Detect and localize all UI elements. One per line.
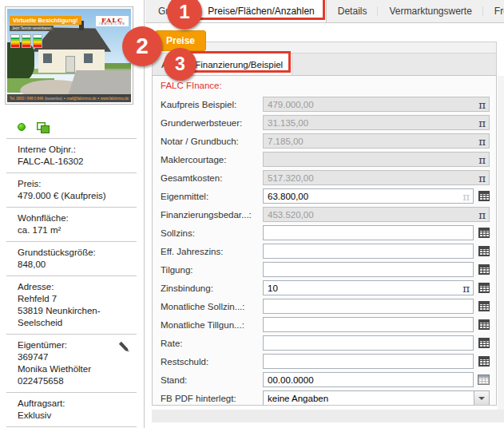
form-heading: FALC FInance: [161,79,490,92]
field-label: Eff. Jahreszins: [161,247,263,256]
pi-icon: π [462,189,470,204]
calculator-icon[interactable] [478,246,490,256]
form-row-stand: Stand: [161,372,490,387]
tab-details[interactable]: Details [327,0,379,22]
calculator-icon[interactable] [478,191,490,201]
field-input[interactable] [264,355,473,368]
publish-screens-icon[interactable] [37,122,49,133]
calculator-icon[interactable] [478,338,490,348]
field-input [264,97,489,111]
input-zinsbindung[interactable]: π [263,280,474,295]
input-eigenmittel[interactable]: π [263,188,474,204]
input-monatliche-sollzin[interactable] [263,299,474,314]
field-input [264,134,489,148]
input-grunderwerbsteuer: π [263,115,490,130]
pi-icon: π [478,97,486,112]
section-value: Exklusiv [18,410,137,422]
field-input[interactable] [264,373,473,386]
field-label: Stand: [161,375,263,385]
form-row-restschuld: Restschuld: [161,354,490,369]
panel-gutter [498,76,504,422]
input-finanzierungsbedar: π [263,207,490,222]
form-row-monatliche-sollzin: Monatliche Sollzin...: [161,299,490,314]
section-value: 53819 Neunkirchen- [18,305,137,317]
icon-slot [474,301,490,311]
section-label: Interne Objnr.: [18,144,137,156]
photo-banner: Virtuelle Besichtigung! [10,16,81,25]
sidebar-section-adresse: Adresse:Rehfeld 753819 Neunkirchen-Seels… [6,275,137,334]
object-sidebar: Virtuelle Besichtigung! Jetzt Termin ver… [0,0,145,428]
photo-driveway [67,70,131,97]
field-input[interactable] [264,336,473,350]
field-label: Finanzierungsbedar...: [161,210,263,220]
calculator-icon[interactable] [478,319,490,330]
section-label: Preis: [18,178,137,190]
input-rate[interactable] [263,335,474,351]
field-input[interactable] [264,318,473,331]
tab-preise-flaechen-anzahlen[interactable]: Preise/Flächen/Anzahlen [196,0,326,22]
field-input[interactable] [264,244,473,258]
tab-vermarktungswerte[interactable]: Vermarktungswerte [378,0,482,22]
subtab-allgemein[interactable]: Allg [153,54,185,75]
section-value: 022475658 [18,375,137,387]
property-photo-image: Virtuelle Besichtigung! Jetzt Termin ver… [7,9,131,102]
input-eff-jahreszins[interactable] [263,244,474,259]
section-value: 479.000 € (Kaufpreis) [18,190,137,202]
subtab-finanzierung-beispiel[interactable]: Finanzierung/Beispiel [185,54,292,75]
calculator-icon[interactable] [478,264,490,275]
field-label: Sollzins: [161,228,263,238]
calculator-icon[interactable] [478,356,490,367]
field-input[interactable] [264,189,473,203]
pi-icon: π [462,281,470,295]
select-fb-pdf-hinterlegt[interactable]: keine Angaben [263,390,490,406]
form-rows: Kaufpreis Beispiel:πGrunderwerbsteuer:πN… [161,97,490,406]
field-label: Kaufpreis Beispiel: [161,100,263,109]
input-restschuld[interactable] [263,354,474,369]
input-sollzins[interactable] [263,225,474,240]
field-input [264,171,489,184]
photo-sub-banner: Jetzt Termin vereinbaren [10,26,54,31]
field-input[interactable] [264,226,473,240]
field-label: Monatliche Tillgun...: [161,320,263,330]
icon-slot [474,191,490,201]
icon-slot [474,374,490,385]
calculator-icon[interactable] [478,283,490,293]
input-maklercourtage: π [263,152,490,167]
field-label: Zinsbindung: [161,283,263,293]
chevron-down-icon[interactable] [474,391,489,405]
field-input[interactable] [264,281,473,295]
photo-footer-mail: mail@falcimmo.de [66,97,96,101]
input-notar-grundbuch: π [263,133,490,149]
form-row-notar-grundbuch: Notar / Grundbuch:π [161,133,490,149]
section-value: Rehfeld 7 [18,293,137,305]
field-input[interactable] [264,299,473,313]
edit-owner-pencil-icon[interactable] [118,341,130,353]
field-input [264,153,489,166]
section-value: 848,00 [18,259,137,271]
photo-door [65,56,75,73]
input-stand[interactable] [263,372,474,387]
calendar-icon[interactable] [478,374,490,385]
property-photo[interactable]: Virtuelle Besichtigung! Jetzt Termin ver… [5,6,133,105]
tab-freitexte[interactable]: Freitexte [483,0,504,22]
field-label: Tilgung: [161,265,263,275]
calculator-icon[interactable] [478,301,490,311]
calculator-icon[interactable] [478,228,490,238]
field-input[interactable] [264,263,473,276]
icon-slot [474,264,490,275]
preise-tab-button[interactable]: Preise [155,30,206,51]
tab-grunddaten[interactable]: Grund [147,0,196,22]
field-label: Restschuld: [161,357,263,367]
sidebar-section-auftragsart: Auftragsart:Exklusiv [6,392,137,427]
field-label: Gesamtkosten: [161,173,263,183]
panel-bottom-band [152,410,504,422]
input-tilgung[interactable] [263,262,474,277]
form-row-sollzins: Sollzins: [161,225,490,240]
energy-certificate-stickers [10,34,42,48]
pi-icon: π [478,134,486,149]
section-value: 369747 [18,351,137,363]
form-row-eigenmittel: Eigenmittel:π [161,188,490,204]
input-monatliche-tillgun[interactable] [263,317,474,332]
photo-window [43,54,52,63]
form-row-grunderwerbsteuer: Grunderwerbsteuer:π [161,115,490,130]
